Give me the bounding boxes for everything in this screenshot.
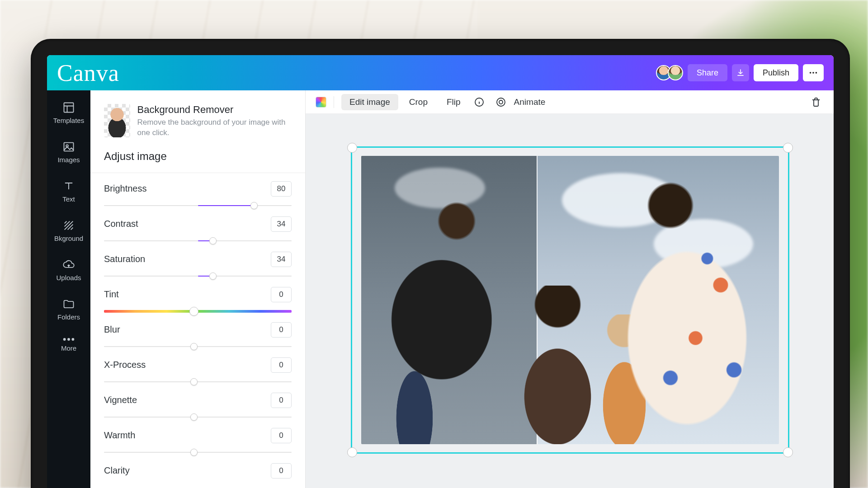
- animate-icon-button[interactable]: [493, 94, 509, 110]
- avatar-2[interactable]: [668, 65, 683, 80]
- collaborator-avatars[interactable]: [656, 65, 683, 80]
- resize-handle-br[interactable]: [783, 447, 793, 457]
- rail-more-label: More: [61, 344, 76, 352]
- svg-point-1: [812, 72, 814, 74]
- tint-value[interactable]: 0: [271, 287, 292, 302]
- control-clarity: Clarity 0: [104, 463, 292, 479]
- brightness-value[interactable]: 80: [271, 181, 292, 197]
- flip-button[interactable]: Flip: [439, 94, 469, 110]
- side-panel: Background Remover Remove the background…: [90, 90, 306, 488]
- control-blur: Blur 0: [104, 322, 292, 351]
- rail-images[interactable]: Images: [47, 138, 90, 166]
- control-brightness: Brightness 80: [104, 181, 292, 210]
- tint-slider[interactable]: [104, 307, 292, 316]
- share-button[interactable]: Share: [688, 64, 727, 81]
- rail-text-label: Text: [62, 195, 75, 203]
- topbar: Canva Share Publish: [47, 55, 834, 90]
- rail-background[interactable]: Bkground: [47, 216, 90, 245]
- folders-icon: [62, 298, 75, 310]
- animate-button[interactable]: Animate: [511, 94, 554, 110]
- rail-more[interactable]: More: [47, 334, 90, 355]
- blur-slider[interactable]: [104, 342, 292, 351]
- figure-1: [369, 185, 520, 444]
- text-icon: [62, 180, 75, 192]
- vignette-slider[interactable]: [104, 413, 292, 422]
- selection-frame[interactable]: [351, 146, 789, 454]
- brand-logo[interactable]: Canva: [57, 60, 119, 86]
- svg-point-2: [816, 72, 817, 74]
- images-icon: [62, 141, 75, 153]
- resize-handle-bl[interactable]: [347, 447, 357, 457]
- laptop-frame: Canva Share Publish Templates: [31, 39, 850, 488]
- edit-image-button[interactable]: Edit image: [341, 94, 398, 110]
- separator: [334, 96, 334, 108]
- bg-remover-card[interactable]: Background Remover Remove the background…: [90, 90, 305, 148]
- svg-rect-4: [64, 143, 74, 151]
- brightness-slider[interactable]: [104, 201, 292, 210]
- crop-button[interactable]: Crop: [401, 94, 436, 110]
- tint-label: Tint: [104, 289, 119, 300]
- rail-images-label: Images: [57, 156, 80, 164]
- xprocess-label: X-Process: [104, 360, 146, 370]
- templates-icon: [62, 101, 75, 114]
- canvas-stage[interactable]: [306, 114, 834, 488]
- control-tint: Tint 0: [104, 287, 292, 316]
- warmth-slider[interactable]: [104, 448, 292, 457]
- trash-icon: [811, 97, 821, 108]
- figure-4: [604, 179, 771, 444]
- more-button[interactable]: [803, 64, 824, 81]
- animate-icon: [495, 97, 506, 108]
- contrast-value[interactable]: 34: [271, 216, 292, 232]
- control-saturation: Saturation 34: [104, 252, 292, 281]
- xprocess-value[interactable]: 0: [271, 357, 292, 373]
- adjust-image-heading: Adjust image: [90, 148, 305, 173]
- download-icon: [736, 68, 745, 77]
- left-rail: Templates Images Text Bkground Uploads: [47, 90, 90, 488]
- warmth-value[interactable]: 0: [271, 428, 292, 443]
- resize-handle-tl[interactable]: [347, 143, 357, 153]
- contrast-label: Contrast: [104, 219, 138, 229]
- clarity-label: Clarity: [104, 465, 130, 476]
- control-contrast: Contrast 34: [104, 216, 292, 245]
- svg-rect-3: [64, 103, 74, 113]
- resize-handle-tr[interactable]: [783, 143, 793, 153]
- contrast-slider[interactable]: [104, 236, 292, 245]
- svg-point-11: [499, 100, 503, 104]
- saturation-value[interactable]: 34: [271, 252, 292, 267]
- blur-label: Blur: [104, 324, 120, 335]
- rail-background-label: Bkground: [54, 235, 83, 242]
- xprocess-slider[interactable]: [104, 377, 292, 386]
- canvas-area: Edit image Crop Flip Animate: [306, 90, 834, 488]
- blur-value[interactable]: 0: [271, 322, 292, 338]
- bg-remover-subtitle: Remove the background of your image with…: [137, 117, 292, 138]
- figure-2: [512, 286, 604, 444]
- rail-text[interactable]: Text: [47, 177, 90, 206]
- download-button[interactable]: [732, 64, 749, 81]
- ellipsis-icon: [808, 68, 818, 78]
- delete-button[interactable]: [808, 94, 824, 110]
- info-button[interactable]: [472, 94, 487, 110]
- svg-point-0: [810, 72, 811, 74]
- rail-uploads[interactable]: Uploads: [47, 256, 90, 284]
- app-screen: Canva Share Publish Templates: [47, 55, 834, 488]
- control-warmth: Warmth 0: [104, 428, 292, 457]
- svg-point-7: [68, 338, 70, 341]
- bg-remover-title: Background Remover: [137, 104, 292, 116]
- saturation-slider[interactable]: [104, 272, 292, 281]
- rail-uploads-label: Uploads: [56, 274, 81, 282]
- vignette-label: Vignette: [104, 395, 137, 405]
- color-picker[interactable]: [316, 97, 326, 108]
- rail-templates[interactable]: Templates: [47, 99, 90, 127]
- saturation-label: Saturation: [104, 254, 145, 264]
- clarity-value[interactable]: 0: [271, 463, 292, 479]
- uploads-icon: [62, 258, 75, 271]
- vignette-value[interactable]: 0: [271, 393, 292, 408]
- rail-folders[interactable]: Folders: [47, 295, 90, 324]
- selected-image[interactable]: [361, 156, 779, 444]
- control-xprocess: X-Process 0: [104, 357, 292, 386]
- svg-point-10: [497, 98, 505, 106]
- publish-button[interactable]: Publish: [754, 64, 798, 81]
- rail-templates-label: Templates: [53, 117, 84, 124]
- rail-folders-label: Folders: [57, 313, 80, 321]
- bg-remover-thumb: [104, 104, 130, 137]
